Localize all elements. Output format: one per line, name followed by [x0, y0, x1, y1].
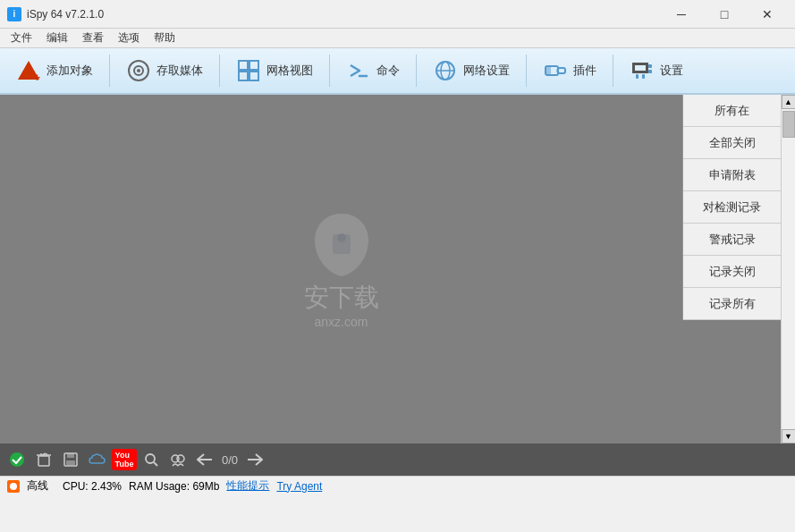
svg-rect-5 [239, 61, 248, 70]
right-scrollbar: ▲ ▼ [781, 95, 795, 443]
forward-arrow-icon[interactable] [245, 450, 265, 469]
search-icon[interactable] [141, 450, 161, 469]
svg-rect-7 [239, 72, 248, 80]
svg-rect-15 [556, 69, 559, 72]
svg-rect-19 [632, 71, 648, 73]
toolbar-separator [416, 55, 417, 87]
svg-rect-34 [66, 460, 75, 465]
menu-bar: 文件 编辑 查看 选项 帮助 [0, 29, 795, 48]
svg-rect-23 [648, 70, 652, 73]
toolbar-separator [526, 55, 527, 87]
command-button[interactable]: 命令 [337, 55, 409, 87]
trash-icon[interactable] [34, 450, 54, 469]
scroll-down-arrow[interactable]: ▼ [782, 429, 796, 443]
menu-help[interactable]: 帮助 [147, 29, 182, 47]
watermark-sub: anxz.com [315, 315, 368, 329]
status-indicator [7, 480, 20, 493]
plugins-button[interactable]: 插件 [534, 55, 605, 87]
right-btn-3[interactable]: 对检测记录 [683, 191, 781, 224]
svg-rect-20 [636, 74, 639, 79]
cpu-label: CPU: 2.43% [63, 480, 122, 493]
status-prefix: 高线 [27, 478, 48, 494]
content-area: 安下载 anxz.com [0, 95, 682, 443]
right-panel: 所有在 全部关闭 申请附表 对检测记录 警戒记录 记录关闭 记录所有 [682, 95, 781, 320]
right-btn-0[interactable]: 所有在 [683, 95, 781, 127]
scroll-up-arrow[interactable]: ▲ [782, 95, 796, 109]
menu-options[interactable]: 选项 [111, 29, 147, 47]
settings-icon [630, 58, 655, 83]
svg-rect-13 [546, 66, 551, 75]
ram-label: RAM Usage: 69Mb [129, 480, 219, 493]
save-icon[interactable] [61, 450, 80, 469]
close-button[interactable]: ✕ [747, 0, 788, 29]
group-icon[interactable] [168, 450, 188, 469]
right-btn-5[interactable]: 记录关闭 [683, 256, 781, 288]
bottom-toolbar: YouTube 0/0 [0, 443, 795, 476]
add-object-button[interactable]: + 添加对象 [7, 55, 102, 87]
window-controls: ─ □ ✕ [661, 0, 788, 29]
svg-rect-8 [249, 72, 258, 80]
plugin-icon [543, 58, 568, 83]
minimize-button[interactable]: ─ [661, 0, 702, 29]
add-icon: + [16, 58, 41, 83]
svg-rect-21 [642, 74, 645, 79]
svg-rect-33 [67, 453, 74, 458]
watermark-text: 安下载 [304, 281, 379, 315]
agent-link[interactable]: Try Agent [276, 480, 322, 493]
title-bar: i iSpy 64 v7.2.1.0 ─ □ ✕ [0, 0, 795, 29]
svg-text:+: + [34, 72, 40, 83]
svg-line-36 [154, 462, 157, 466]
svg-rect-14 [558, 68, 565, 73]
network-settings-button[interactable]: 网络设置 [424, 55, 519, 87]
check-icon[interactable] [7, 450, 27, 469]
scroll-thumb[interactable] [782, 111, 795, 138]
perf-link[interactable]: 性能提示 [226, 478, 269, 494]
nav-text: 0/0 [222, 453, 238, 467]
right-btn-1[interactable]: 全部关闭 [683, 127, 781, 159]
right-panel-container: 所有在 全部关闭 申请附表 对检测记录 警戒记录 记录关闭 记录所有 [682, 95, 781, 443]
grid-view-button[interactable]: 网格视图 [227, 55, 322, 87]
youtube-icon[interactable]: YouTube [114, 450, 134, 469]
settings-button[interactable]: 设置 [621, 55, 692, 87]
right-btn-2[interactable]: 申请附表 [683, 159, 781, 191]
toolbar-separator [219, 55, 220, 87]
svg-point-26 [10, 452, 24, 467]
media-icon [126, 58, 151, 83]
right-btn-4[interactable]: 警戒记录 [683, 224, 781, 256]
main-area: 安下载 anxz.com 所有在 全部关闭 申请附表 对检测记录 警戒记录 记录… [0, 95, 795, 443]
toolbar-separator [613, 55, 613, 87]
toolbar-separator [109, 55, 110, 87]
toolbar-separator [329, 55, 330, 87]
youtube-label: YouTube [112, 449, 138, 470]
grid-view-icon [236, 58, 261, 83]
svg-point-35 [146, 454, 155, 463]
right-btn-6[interactable]: 记录所有 [683, 288, 781, 320]
toolbar: + 添加对象 存取媒体 网格视图 [0, 48, 795, 95]
app-icon: i [7, 7, 21, 21]
svg-rect-6 [249, 61, 258, 70]
svg-point-4 [137, 69, 140, 72]
media-button[interactable]: 存取媒体 [117, 55, 212, 87]
svg-point-25 [337, 233, 346, 242]
svg-rect-22 [648, 64, 652, 68]
maximize-button[interactable]: □ [704, 0, 745, 29]
cloud-icon[interactable] [88, 450, 107, 469]
window-title: iSpy 64 v7.2.1.0 [27, 8, 661, 21]
nav-counter: 0/0 [222, 453, 238, 467]
menu-edit[interactable]: 编辑 [39, 29, 75, 47]
menu-view[interactable]: 查看 [75, 29, 111, 47]
watermark: 安下载 anxz.com [304, 209, 379, 329]
svg-rect-27 [38, 456, 49, 466]
menu-file[interactable]: 文件 [4, 29, 39, 47]
svg-point-38 [177, 455, 184, 462]
back-arrow-icon[interactable] [195, 450, 215, 469]
status-bar: 高线 CPU: 2.43% RAM Usage: 69Mb 性能提示 Try A… [0, 476, 795, 495]
network-icon [433, 58, 458, 83]
status-dot [10, 483, 17, 490]
cmd-icon [346, 58, 371, 83]
